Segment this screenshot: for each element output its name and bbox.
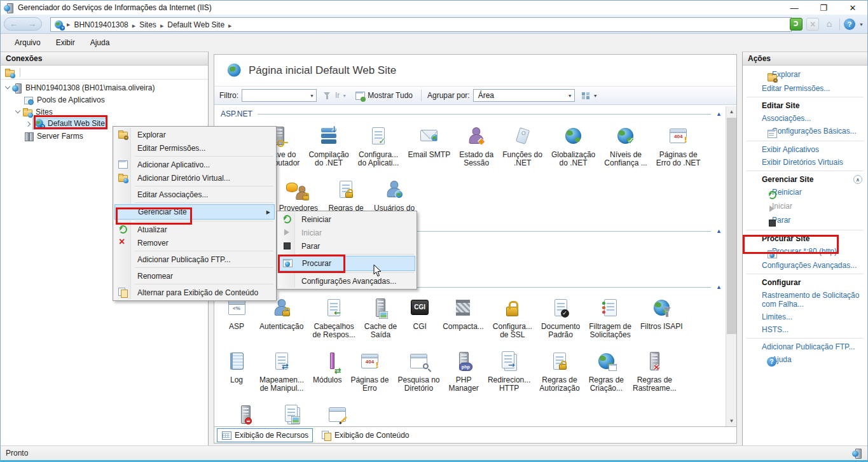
action-parar[interactable]: Parar [743, 214, 867, 228]
collapse-section-icon[interactable]: ▲ [716, 111, 722, 117]
menu-item-renomear[interactable]: Renomear [114, 269, 275, 283]
action-hsts[interactable]: HSTS... [743, 323, 867, 336]
feature-application-settings[interactable]: ✓Configura...do Aplicati... [354, 119, 404, 172]
menu-item-adicionar-publica-o-ftp[interactable]: Adicionar Publicação FTP... [114, 253, 275, 266]
menu-item-alternar-para-exibi-o-de-conte-do[interactable]: Alternar para Exibição de Conteúdo [114, 286, 275, 299]
feature-ssl-settings[interactable]: Configura...de SSL [488, 291, 537, 344]
feature-mime-types[interactable]: Tipos de [273, 398, 312, 426]
feature-net-compilation[interactable]: ↓Compilaçãodo .NET [304, 119, 353, 172]
action-adicionar-publica-o-ftp[interactable]: Adicionar Publicação FTP... [743, 340, 867, 353]
group-by-select[interactable]: Área▼ [473, 89, 575, 102]
action-configura-es-b-sicas[interactable]: Configurações Básicas... [743, 125, 867, 139]
expander-icon[interactable] [25, 121, 31, 126]
feature-net-globalization[interactable]: Globalizaçãodo .NET [547, 119, 600, 172]
tab-exibi-o-de-recursos[interactable]: Exibição de Recursos [217, 428, 313, 442]
menu-item-explorar[interactable]: Explorar [114, 128, 275, 141]
action-exibir-diret-rios-virtuais[interactable]: Exibir Diretórios Virtuais [743, 156, 867, 169]
action-exibir-aplicativos[interactable]: Exibir Aplicativos [743, 143, 867, 156]
tree-item-bhn019401308[interactable]: BHN019401308 (BH01\maisa.oliveira) [1, 81, 208, 94]
breadcrumb-item[interactable]: Sites [139, 20, 156, 29]
menu-item-gerenciar-site[interactable]: Gerenciar Site▶ [114, 204, 275, 220]
menu-item-atualizar[interactable]: Atualizar [114, 223, 275, 236]
refresh-button[interactable] [790, 18, 803, 31]
feature-modules[interactable]: ⇄Módulos [308, 344, 346, 398]
action-reiniciar[interactable]: Reiniciar [743, 186, 867, 200]
menu-item-editar-associa-es[interactable]: Editar Associações... [114, 188, 275, 201]
feature-handler-mappings[interactable]: ⇄Mapeamen...de Manipul... [255, 344, 308, 398]
action-associa-es[interactable]: Associações... [743, 112, 867, 125]
back-button[interactable]: ← [10, 19, 18, 29]
menu-item-editar-permiss-es[interactable]: Editar Permissões... [114, 141, 275, 155]
feature-net-error-pages[interactable]: 404!Páginas deErro do .NET [652, 119, 705, 172]
action-rastreamento-de-solicita-o-com-falha[interactable]: Rastreamento de Solicitação com Falha... [743, 289, 867, 311]
action-configura-es-avan-adas[interactable]: Configurações Avançadas... [743, 259, 867, 272]
action-explorar[interactable]: Explorar [743, 68, 867, 82]
scrollbar-thumb[interactable] [727, 118, 736, 334]
forward-button[interactable]: → [28, 19, 36, 29]
collapse-section-icon[interactable]: ▲ [716, 284, 722, 290]
action-limites[interactable]: Limites... [743, 311, 867, 323]
minimize-button[interactable]: — [780, 1, 809, 15]
expander-icon[interactable] [5, 84, 10, 89]
menubar-item-arquivo[interactable]: Arquivo [8, 36, 47, 50]
feature-directory-browsing[interactable]: Pesquisa noDiretório [393, 344, 444, 398]
menu-item-adicionar-diret-rio-virtual[interactable]: Adicionar Diretório Virtual... [114, 171, 275, 185]
menubar-item-exibir[interactable]: Exibir [50, 36, 81, 50]
feature-response-headers[interactable]: ←Cabeçalhosde Respos... [308, 291, 359, 344]
chevron-right-icon[interactable]: ▶ [132, 24, 135, 28]
feature-logging[interactable]: Log [218, 344, 255, 398]
home-button[interactable]: ⌂ [823, 18, 836, 31]
feature-url-rewrite[interactable]: URL Rewrite [312, 398, 364, 426]
menubar-item-ajuda[interactable]: Ajuda [84, 36, 116, 50]
feature-ip-restrictions[interactable]: Restrições de [218, 398, 273, 426]
feature-tracing-rules[interactable]: ×Regras deRastreame... [628, 344, 681, 398]
action-procurar-80-http[interactable]: Procurar *:80 (http) [743, 245, 867, 259]
feature-session-state[interactable]: ◆Estado daSessão [455, 119, 498, 172]
menu-item-remover[interactable]: Remover [114, 236, 275, 249]
expander-icon[interactable] [15, 108, 20, 113]
action-ajuda[interactable]: Ajuda [743, 353, 867, 367]
scroll-down-button[interactable]: ▼ [726, 416, 736, 426]
vertical-scrollbar[interactable]: ▲ ▼ [726, 106, 736, 426]
view-button[interactable]: ▼ [578, 89, 600, 102]
show-all-button[interactable]: Mostrar Tudo [352, 89, 415, 102]
help-dropdown-caret[interactable]: ▼ [859, 22, 864, 27]
close-button[interactable]: ✕ [838, 1, 867, 15]
feature-net-trust-levels[interactable]: ✓Níveis deConfiança ... [600, 119, 651, 172]
collapse-group-icon[interactable]: ∧ [853, 175, 862, 184]
restore-button[interactable]: ❐ [809, 1, 838, 15]
address-box[interactable]: ? ▶ BHN019401308▶Sites▶Default Web Site▶ [50, 17, 792, 32]
feature-authorization-rules[interactable]: Regras deAutorização [535, 344, 584, 398]
chevron-right-icon[interactable]: ▶ [160, 24, 163, 28]
tree-item-pools[interactable]: Pools de Aplicativos [1, 94, 208, 106]
breadcrumb-item[interactable]: BHN019401308 [74, 20, 128, 29]
feature-request-filtering[interactable]: Filtragem deSolicitações [584, 291, 636, 344]
filter-input[interactable]: ▼ [242, 89, 317, 102]
feature-default-document[interactable]: DocumentoPadrão [537, 291, 584, 344]
scroll-up-button[interactable]: ▲ [726, 106, 736, 117]
feature-php-manager[interactable]: PHPManager [444, 344, 483, 398]
feature-cgi[interactable]: CGICGI [401, 291, 438, 344]
help-button[interactable]: ? [844, 18, 855, 30]
breadcrumb-item[interactable]: Default Web Site [167, 20, 224, 29]
menu-item-configura-es-avan-adas[interactable]: Configurações Avançadas... [279, 274, 415, 288]
feature-error-pages[interactable]: 404!Páginas deErro [346, 344, 393, 398]
collapse-section-icon[interactable]: ▲ [716, 228, 722, 234]
feature-creation-rules[interactable]: Regras deCriação... [584, 344, 628, 398]
tab-exibi-o-de-conte-do[interactable]: Exibição de Conteúdo [317, 428, 413, 442]
action-iniciar[interactable]: Iniciar [743, 200, 867, 214]
menu-item-adicionar-aplicativo[interactable]: Adicionar Aplicativo... [114, 158, 275, 171]
feature-smtp-email[interactable]: Email SMTP [403, 119, 455, 172]
feature-isapi-filters[interactable]: Filtros ISAPI [636, 291, 687, 344]
feature-compression[interactable]: Compacta... [438, 291, 488, 344]
menu-item-reiniciar[interactable]: Reiniciar [279, 213, 415, 226]
menu-item-procurar[interactable]: Procurar [279, 256, 415, 271]
action-editar-permiss-es[interactable]: Editar Permissões... [743, 82, 867, 95]
chevron-right-icon[interactable]: ▶ [228, 24, 231, 28]
menu-item-iniciar[interactable]: Iniciar [279, 226, 415, 239]
feature-output-cache[interactable]: Cache deSaída [360, 291, 401, 344]
menu-item-parar[interactable]: Parar [279, 239, 415, 253]
feature-http-redirect[interactable]: →Redirecion...HTTP [483, 344, 535, 398]
save-connections-icon[interactable] [4, 67, 15, 78]
tree-item-sites[interactable]: Sites [1, 106, 208, 118]
